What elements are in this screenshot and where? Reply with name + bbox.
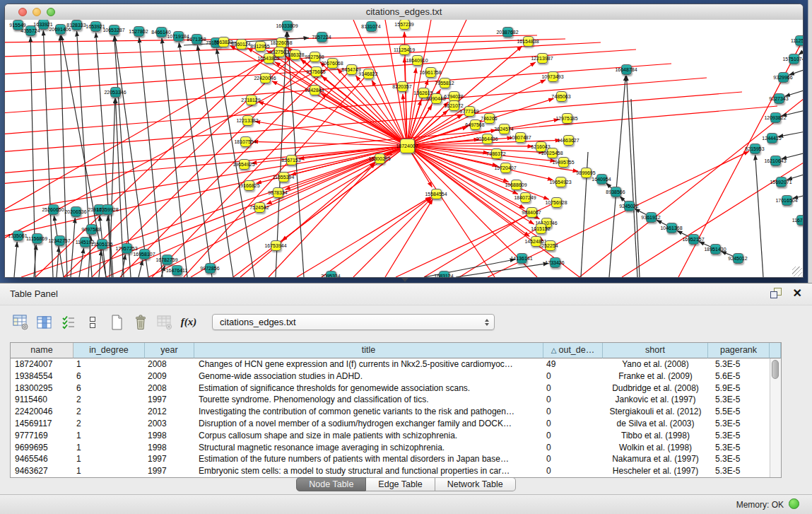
table-cell[interactable]: 9465546 xyxy=(11,453,73,465)
graph-node[interactable]: 15692071 xyxy=(776,177,787,187)
graph-node[interactable]: 2718129 xyxy=(246,95,257,105)
graph-node[interactable]: 9245012 xyxy=(733,253,743,264)
table-cell[interactable]: 0 xyxy=(543,418,603,430)
table-cell[interactable]: 2 xyxy=(73,406,145,418)
graph-node[interactable]: 25260650 xyxy=(48,204,59,215)
graph-node[interactable]: 20364436 xyxy=(482,134,493,144)
table-cell[interactable]: 22420046 xyxy=(11,406,73,418)
table-row[interactable]: 1830029562008Estimation of significance … xyxy=(11,382,781,395)
table-cell[interactable]: de Silva et al. (2003) xyxy=(603,418,708,430)
graph-node[interactable]: 8990448 xyxy=(431,93,442,104)
graph-node[interactable]: 1145193 xyxy=(80,237,90,247)
graph-node[interactable]: 8860124 xyxy=(236,39,247,49)
graph-node[interactable]: 18724007 xyxy=(400,139,415,153)
new-column-icon[interactable] xyxy=(107,313,126,332)
table-cell[interactable]: 1997 xyxy=(145,394,194,406)
graph-node[interactable]: 8912955 xyxy=(255,41,266,52)
graph-node[interactable]: 7986372 xyxy=(491,148,502,159)
table-cell[interactable]: Genome-wide association studies in ADHD. xyxy=(194,370,543,382)
table-cell[interactable]: 1997 xyxy=(145,465,194,477)
table-cell[interactable]: Investigating the contribution of common… xyxy=(194,406,543,418)
table-row[interactable]: 946362711997Embryonic stem cells: a mode… xyxy=(11,465,781,477)
table-cell[interactable]: 0 xyxy=(543,406,603,418)
table-cell[interactable]: 1 xyxy=(73,465,145,477)
graph-node[interactable]: 8267153 xyxy=(286,155,297,165)
table-cell[interactable]: 1997 xyxy=(145,453,194,465)
graph-node[interactable]: 10653287 xyxy=(109,25,119,35)
table-cell[interactable]: 14569117 xyxy=(11,418,73,430)
graph-node[interactable]: 18407249 xyxy=(520,192,531,203)
table-cell[interactable]: 1998 xyxy=(145,430,194,442)
network-window[interactable]: citations_edges.txt 91554943557241633921… xyxy=(4,4,804,278)
graph-node[interactable]: 12342757 xyxy=(54,235,65,246)
splitter-handle[interactable] xyxy=(401,278,408,282)
graph-node[interactable]: 15720407 xyxy=(500,163,511,173)
graph-node[interactable]: 22053346 xyxy=(110,87,121,98)
graph-node[interactable]: 18640910 xyxy=(412,55,423,66)
table-cell[interactable]: 0 xyxy=(543,453,603,465)
scrollbar-thumb[interactable] xyxy=(772,360,779,379)
table-row[interactable]: 969969511998Structural magnetic resonanc… xyxy=(11,442,781,454)
graph-node[interactable]: 19654925 xyxy=(239,159,249,170)
table-cell[interactable]: 1998 xyxy=(145,442,194,454)
table-cell[interactable]: 18724007 xyxy=(11,358,73,370)
table-cell[interactable]: Wolkin et al. (1998) xyxy=(603,442,708,454)
graph-node[interactable]: 1167533 xyxy=(796,215,804,226)
table-cell[interactable]: Hescheler et al. (1997) xyxy=(603,465,708,477)
table-cell[interactable]: Embryonic stem cells: a model to study s… xyxy=(194,465,543,477)
table-row[interactable]: 2242004622012Investigating the contribut… xyxy=(11,406,781,418)
table-cell[interactable]: 2 xyxy=(73,394,145,406)
column-header-in-degree[interactable]: in_degree xyxy=(73,343,145,358)
table-mode-icon[interactable] xyxy=(11,313,30,332)
graph-node[interactable]: 16753944 xyxy=(271,240,281,251)
table-cell[interactable]: Tourette syndrome. Phenomenology and cla… xyxy=(194,394,543,406)
graph-node[interactable]: 14463627 xyxy=(563,135,574,146)
graph-node[interactable]: 1653921 xyxy=(90,21,101,32)
delete-trash-icon[interactable] xyxy=(131,313,150,332)
graph-node[interactable]: 7857224 xyxy=(317,32,327,42)
graph-node[interactable]: 16476411 xyxy=(172,265,182,276)
close-icon[interactable] xyxy=(793,288,802,298)
graph-node[interactable]: 9361912 xyxy=(646,212,657,223)
table-cell[interactable]: 5.3E-5 xyxy=(708,465,770,477)
table-cell[interactable]: 1 xyxy=(73,453,145,465)
close-traffic-button[interactable] xyxy=(18,8,27,16)
graph-node[interactable]: 8220357 xyxy=(397,81,408,92)
graph-node[interactable]: 16154838 xyxy=(523,36,534,47)
graph-node[interactable]: 11156869 xyxy=(32,233,42,244)
table-row[interactable]: 1456911722003Disruption of a novel membe… xyxy=(11,418,781,430)
table-cell[interactable]: Corpus callosum shape and size in male p… xyxy=(194,430,543,442)
table-cell[interactable]: 2009 xyxy=(145,370,194,382)
graph-node[interactable]: 9777169 xyxy=(464,106,475,117)
graph-node[interactable]: 12213987 xyxy=(537,53,548,64)
graph-node[interactable]: 8454749 xyxy=(346,64,357,75)
table-cell[interactable]: 6 xyxy=(73,382,145,395)
table-scrollbar[interactable] xyxy=(770,358,781,477)
graph-node[interactable]: 16543862 xyxy=(264,53,274,64)
graph-node[interactable]: 8128333 xyxy=(71,20,82,30)
graph-node[interactable]: 1615152 xyxy=(536,223,546,234)
table-cell[interactable]: 0 xyxy=(543,370,603,382)
resize-grip[interactable] xyxy=(792,267,802,276)
table-cell[interactable]: 2008 xyxy=(145,358,194,370)
table-cell[interactable]: 5.3E-5 xyxy=(708,453,770,465)
graph-node[interactable]: 3624574 xyxy=(499,124,510,134)
table-cell[interactable]: 0 xyxy=(543,430,603,442)
show-columns-icon[interactable] xyxy=(35,313,54,332)
table-cell[interactable]: Estimation of significance thresholds fo… xyxy=(194,382,543,395)
function-builder-icon[interactable]: f(x) xyxy=(180,313,198,332)
graph-node[interactable]: 22420046 xyxy=(260,73,271,83)
table-cell[interactable]: 9699695 xyxy=(11,442,73,454)
table-cell[interactable]: 5.3E-5 xyxy=(708,418,770,430)
column-header-year[interactable]: year xyxy=(145,343,194,358)
table-cell[interactable]: Estimation of the future numbers of pati… xyxy=(194,453,543,465)
table-cell[interactable]: Stergiakouli et al. (2012) xyxy=(603,406,708,418)
graph-node[interactable]: 8215953 xyxy=(750,144,760,154)
graph-node[interactable]: 1683124 xyxy=(439,271,449,278)
zoom-traffic-button[interactable] xyxy=(47,8,55,16)
table-cell[interactable]: Jankovic et al. (1997) xyxy=(603,394,708,406)
table-row[interactable]: 1872400712008Changes of HCN gene express… xyxy=(11,358,781,370)
graph-node[interactable]: 19166825 xyxy=(244,180,254,191)
graph-node[interactable]: 11125419 xyxy=(399,45,410,55)
table-cell[interactable]: Structural magnetic resonance image aver… xyxy=(194,442,543,454)
